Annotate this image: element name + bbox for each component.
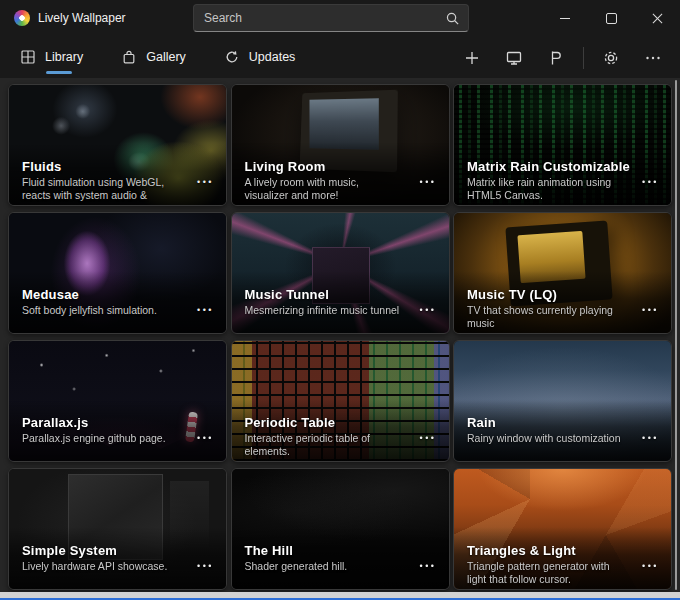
card-more-button[interactable]: ••• <box>197 561 214 571</box>
library-grid-icon <box>20 49 36 65</box>
wallpaper-description: Rainy window with customization <box>467 432 625 445</box>
wallpaper-card-medusae[interactable]: Medusae Soft body jellyfish simulation. … <box>8 212 227 334</box>
settings-button[interactable] <box>594 44 628 72</box>
card-more-button[interactable]: ••• <box>642 177 659 187</box>
tab-updates-label: Updates <box>249 50 296 64</box>
app-title: Lively Wallpaper <box>38 11 126 25</box>
wallpaper-title: Parallax.js <box>22 415 180 430</box>
ellipsis-icon <box>644 49 662 67</box>
wallpaper-description: A lively room with music, visualizer and… <box>245 176 403 202</box>
search-input[interactable] <box>204 5 434 31</box>
window-bottom-edge <box>0 592 680 600</box>
monitor-icon <box>505 49 523 67</box>
tab-gallery[interactable]: Gallery <box>121 41 186 73</box>
wallpaper-card-parallax[interactable]: Parallax.js Parallax.js engine github pa… <box>8 340 227 462</box>
plus-icon <box>463 49 481 67</box>
wallpaper-title: Living Room <box>245 159 403 174</box>
wallpaper-title: Music TV (LQ) <box>467 287 625 302</box>
app-logo-icon <box>14 10 30 26</box>
wallpaper-description: Lively hardware API showcase. <box>22 560 180 573</box>
toolbar-divider <box>583 47 584 69</box>
wallpaper-title: Medusae <box>22 287 180 302</box>
close-button[interactable] <box>634 0 680 36</box>
wallpaper-title: Triangles & Light <box>467 543 625 558</box>
titlebar: Lively Wallpaper <box>0 0 680 36</box>
window-controls <box>542 0 680 36</box>
wallpaper-card-triangles-light[interactable]: Triangles & Light Triangle pattern gener… <box>453 468 672 590</box>
wallpaper-card-fluids[interactable]: Fluids Fluid simulation using WebGL, rea… <box>8 84 227 206</box>
library-content: Fluids Fluid simulation using WebGL, rea… <box>0 78 680 592</box>
wallpaper-description: Soft body jellyfish simulation. <box>22 304 180 317</box>
card-more-button[interactable]: ••• <box>642 433 659 443</box>
search-box[interactable] <box>193 4 469 32</box>
card-more-button[interactable]: ••• <box>420 561 437 571</box>
tab-updates[interactable]: Updates <box>224 41 296 73</box>
wallpaper-description: Triangle pattern generator with light th… <box>467 560 625 586</box>
card-more-button[interactable]: ••• <box>642 305 659 315</box>
wallpaper-title: Rain <box>467 415 625 430</box>
wallpaper-card-periodic-table[interactable]: Periodic Table Interactive periodic tabl… <box>231 340 450 462</box>
wallpaper-card-living-room[interactable]: Living Room A lively room with music, vi… <box>231 84 450 206</box>
wallpaper-title: Periodic Table <box>245 415 403 430</box>
card-more-button[interactable]: ••• <box>420 433 437 443</box>
refresh-icon <box>224 49 240 65</box>
wallpaper-card-rain[interactable]: Rain Rainy window with customization ••• <box>453 340 672 462</box>
wallpaper-card-simple-system[interactable]: Simple System Lively hardware API showca… <box>8 468 227 590</box>
more-options-button[interactable] <box>636 44 670 72</box>
flag-icon <box>547 49 565 67</box>
wallpaper-grid: Fluids Fluid simulation using WebGL, rea… <box>0 78 680 590</box>
wallpaper-card-music-tunnel[interactable]: Music Tunnel Mesmerizing infinite music … <box>231 212 450 334</box>
search-icon[interactable] <box>445 11 460 26</box>
card-more-button[interactable]: ••• <box>420 177 437 187</box>
tab-library[interactable]: Library <box>20 41 83 73</box>
card-more-button[interactable]: ••• <box>420 305 437 315</box>
shopping-bag-icon <box>121 49 137 65</box>
tab-gallery-label: Gallery <box>146 50 186 64</box>
wallpaper-description: Matrix like rain animation using HTML5 C… <box>467 176 625 202</box>
wallpaper-title: Music Tunnel <box>245 287 403 302</box>
wallpaper-card-matrix-rain[interactable]: Matrix Rain Customizable Matrix like rai… <box>453 84 672 206</box>
wallpaper-title: The Hill <box>245 543 403 558</box>
app-window: Lively Wallpaper Library <box>0 0 680 600</box>
wallpaper-card-music-tv[interactable]: Music TV (LQ) TV that shows currently pl… <box>453 212 672 334</box>
gear-icon <box>602 49 620 67</box>
wallpaper-description: Interactive periodic table of elements. <box>245 432 403 458</box>
wallpaper-description: Parallax.js engine github page. <box>22 432 180 445</box>
wallpaper-description: Shader generated hill. <box>245 560 403 573</box>
wallpaper-title: Matrix Rain Customizable <box>467 159 625 174</box>
card-more-button[interactable]: ••• <box>197 177 214 187</box>
minimize-button[interactable] <box>542 0 588 36</box>
add-wallpaper-button[interactable] <box>455 44 489 72</box>
wallpaper-title: Fluids <box>22 159 180 174</box>
wallpaper-title: Simple System <box>22 543 180 558</box>
card-more-button[interactable]: ••• <box>642 561 659 571</box>
display-settings-button[interactable] <box>497 44 531 72</box>
wallpaper-description: Fluid simulation using WebGL, reacts wit… <box>22 176 180 206</box>
report-button[interactable] <box>539 44 573 72</box>
card-more-button[interactable]: ••• <box>197 305 214 315</box>
vertical-scrollbar[interactable] <box>675 80 677 590</box>
toolbar <box>455 44 670 72</box>
maximize-button[interactable] <box>588 0 634 36</box>
nav-tabs: Library Gallery Updates <box>0 41 295 73</box>
tab-library-label: Library <box>45 50 83 64</box>
card-more-button[interactable]: ••• <box>197 433 214 443</box>
selected-tab-indicator <box>46 71 72 74</box>
wallpaper-description: Mesmerizing infinite music tunnel <box>245 304 403 317</box>
wallpaper-description: TV that shows currently playing music <box>467 304 625 330</box>
wallpaper-card-the-hill[interactable]: The Hill Shader generated hill. ••• <box>231 468 450 590</box>
